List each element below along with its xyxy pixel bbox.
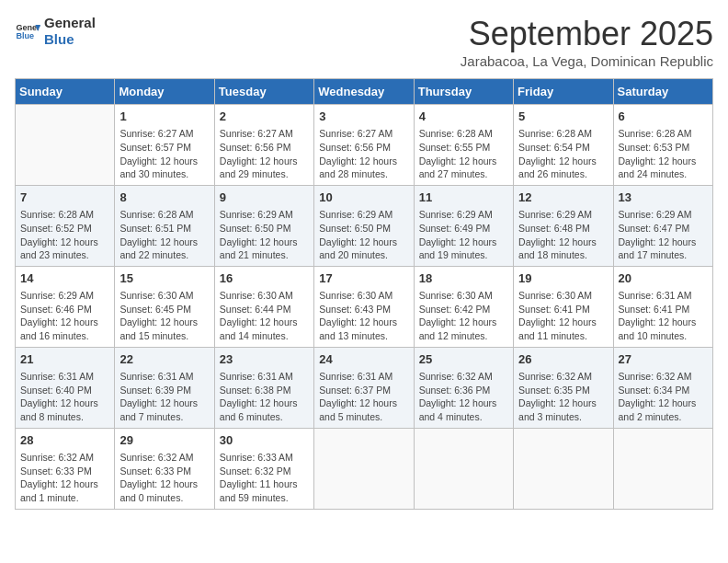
day-info: Sunrise: 6:27 AM Sunset: 6:56 PM Dayligh… xyxy=(220,127,309,181)
calendar-cell: 24Sunrise: 6:31 AM Sunset: 6:37 PM Dayli… xyxy=(314,347,414,428)
calendar-cell: 12Sunrise: 6:29 AM Sunset: 6:48 PM Dayli… xyxy=(514,185,613,266)
calendar-cell: 27Sunrise: 6:32 AM Sunset: 6:34 PM Dayli… xyxy=(613,347,712,428)
day-info: Sunrise: 6:27 AM Sunset: 6:57 PM Dayligh… xyxy=(119,127,209,181)
day-number: 6 xyxy=(619,109,708,125)
day-number: 11 xyxy=(419,190,508,206)
calendar-cell: 15Sunrise: 6:30 AM Sunset: 6:45 PM Dayli… xyxy=(115,266,214,347)
day-info: Sunrise: 6:32 AM Sunset: 6:36 PM Dayligh… xyxy=(419,370,508,424)
day-info: Sunrise: 6:32 AM Sunset: 6:33 PM Dayligh… xyxy=(119,451,209,505)
day-info: Sunrise: 6:32 AM Sunset: 6:33 PM Dayligh… xyxy=(20,451,109,505)
calendar-cell: 14Sunrise: 6:29 AM Sunset: 6:46 PM Dayli… xyxy=(16,266,115,347)
calendar-cell xyxy=(314,428,414,509)
day-number: 19 xyxy=(518,270,608,287)
day-number: 29 xyxy=(119,432,209,449)
calendar-cell: 22Sunrise: 6:31 AM Sunset: 6:39 PM Dayli… xyxy=(115,347,214,428)
day-info: Sunrise: 6:33 AM Sunset: 6:32 PM Dayligh… xyxy=(220,451,309,505)
header: General Blue General Blue September 2025… xyxy=(15,15,713,69)
day-info: Sunrise: 6:30 AM Sunset: 6:43 PM Dayligh… xyxy=(319,289,408,343)
day-number: 21 xyxy=(20,351,109,368)
calendar-table: SundayMondayTuesdayWednesdayThursdayFrid… xyxy=(15,78,713,510)
day-info: Sunrise: 6:32 AM Sunset: 6:34 PM Dayligh… xyxy=(619,370,708,424)
day-number: 16 xyxy=(220,270,309,287)
calendar-week-row: 28Sunrise: 6:32 AM Sunset: 6:33 PM Dayli… xyxy=(16,428,713,509)
month-title: September 2025 xyxy=(461,15,713,53)
day-info: Sunrise: 6:28 AM Sunset: 6:53 PM Dayligh… xyxy=(619,127,708,181)
logo-icon: General Blue xyxy=(15,18,40,44)
day-info: Sunrise: 6:28 AM Sunset: 6:54 PM Dayligh… xyxy=(518,127,608,181)
calendar-cell: 1Sunrise: 6:27 AM Sunset: 6:57 PM Daylig… xyxy=(115,105,214,186)
day-info: Sunrise: 6:31 AM Sunset: 6:41 PM Dayligh… xyxy=(619,289,708,343)
calendar-week-row: 21Sunrise: 6:31 AM Sunset: 6:40 PM Dayli… xyxy=(16,347,713,428)
day-info: Sunrise: 6:32 AM Sunset: 6:35 PM Dayligh… xyxy=(518,370,608,424)
day-info: Sunrise: 6:27 AM Sunset: 6:56 PM Dayligh… xyxy=(319,127,408,181)
calendar-week-row: 14Sunrise: 6:29 AM Sunset: 6:46 PM Dayli… xyxy=(16,266,713,347)
logo-general: General xyxy=(44,15,96,31)
subtitle: Jarabacoa, La Vega, Dominican Republic xyxy=(461,53,713,69)
calendar-cell: 11Sunrise: 6:29 AM Sunset: 6:49 PM Dayli… xyxy=(414,185,513,266)
day-header-friday: Friday xyxy=(514,79,613,105)
day-info: Sunrise: 6:31 AM Sunset: 6:37 PM Dayligh… xyxy=(319,370,408,424)
calendar-week-row: 7Sunrise: 6:28 AM Sunset: 6:52 PM Daylig… xyxy=(16,185,713,266)
day-number: 3 xyxy=(319,109,408,125)
calendar-header-row: SundayMondayTuesdayWednesdayThursdayFrid… xyxy=(16,79,713,105)
calendar-cell xyxy=(414,428,513,509)
day-number: 25 xyxy=(419,351,508,368)
day-number: 30 xyxy=(220,432,309,449)
calendar-cell: 20Sunrise: 6:31 AM Sunset: 6:41 PM Dayli… xyxy=(613,266,712,347)
day-info: Sunrise: 6:31 AM Sunset: 6:39 PM Dayligh… xyxy=(119,370,209,424)
day-number: 4 xyxy=(419,109,508,125)
day-number: 26 xyxy=(518,351,608,368)
day-number: 2 xyxy=(220,109,309,125)
calendar-cell: 25Sunrise: 6:32 AM Sunset: 6:36 PM Dayli… xyxy=(414,347,513,428)
calendar-cell: 3Sunrise: 6:27 AM Sunset: 6:56 PM Daylig… xyxy=(314,105,414,186)
calendar-cell: 9Sunrise: 6:29 AM Sunset: 6:50 PM Daylig… xyxy=(214,185,313,266)
day-header-sunday: Sunday xyxy=(16,79,115,105)
day-header-saturday: Saturday xyxy=(613,79,712,105)
day-number: 17 xyxy=(319,270,408,287)
day-number: 14 xyxy=(20,270,109,287)
calendar-cell: 2Sunrise: 6:27 AM Sunset: 6:56 PM Daylig… xyxy=(214,105,313,186)
calendar-cell: 6Sunrise: 6:28 AM Sunset: 6:53 PM Daylig… xyxy=(613,105,712,186)
calendar-cell: 29Sunrise: 6:32 AM Sunset: 6:33 PM Dayli… xyxy=(115,428,214,509)
day-header-thursday: Thursday xyxy=(414,79,513,105)
calendar-cell: 10Sunrise: 6:29 AM Sunset: 6:50 PM Dayli… xyxy=(314,185,414,266)
title-block: September 2025 Jarabacoa, La Vega, Domin… xyxy=(461,15,713,69)
day-header-tuesday: Tuesday xyxy=(214,79,313,105)
day-info: Sunrise: 6:29 AM Sunset: 6:47 PM Dayligh… xyxy=(619,208,708,262)
calendar-cell: 30Sunrise: 6:33 AM Sunset: 6:32 PM Dayli… xyxy=(214,428,313,509)
day-info: Sunrise: 6:28 AM Sunset: 6:52 PM Dayligh… xyxy=(20,208,109,262)
calendar-cell: 21Sunrise: 6:31 AM Sunset: 6:40 PM Dayli… xyxy=(16,347,115,428)
calendar-cell: 26Sunrise: 6:32 AM Sunset: 6:35 PM Dayli… xyxy=(514,347,613,428)
day-number: 8 xyxy=(119,190,209,206)
calendar-cell: 8Sunrise: 6:28 AM Sunset: 6:51 PM Daylig… xyxy=(115,185,214,266)
day-info: Sunrise: 6:30 AM Sunset: 6:45 PM Dayligh… xyxy=(119,289,209,343)
day-info: Sunrise: 6:28 AM Sunset: 6:55 PM Dayligh… xyxy=(419,127,508,181)
day-info: Sunrise: 6:29 AM Sunset: 6:50 PM Dayligh… xyxy=(319,208,408,262)
day-number: 18 xyxy=(419,270,508,287)
day-info: Sunrise: 6:30 AM Sunset: 6:44 PM Dayligh… xyxy=(220,289,309,343)
day-number: 10 xyxy=(319,190,408,206)
calendar-cell: 13Sunrise: 6:29 AM Sunset: 6:47 PM Dayli… xyxy=(613,185,712,266)
day-info: Sunrise: 6:28 AM Sunset: 6:51 PM Dayligh… xyxy=(119,208,209,262)
day-info: Sunrise: 6:29 AM Sunset: 6:50 PM Dayligh… xyxy=(220,208,309,262)
calendar-cell: 16Sunrise: 6:30 AM Sunset: 6:44 PM Dayli… xyxy=(214,266,313,347)
day-number: 15 xyxy=(119,270,209,287)
calendar-cell xyxy=(613,428,712,509)
calendar-cell: 17Sunrise: 6:30 AM Sunset: 6:43 PM Dayli… xyxy=(314,266,414,347)
day-number: 9 xyxy=(220,190,309,206)
day-header-monday: Monday xyxy=(115,79,214,105)
calendar-cell xyxy=(16,105,115,186)
day-number: 23 xyxy=(220,351,309,368)
calendar-cell: 23Sunrise: 6:31 AM Sunset: 6:38 PM Dayli… xyxy=(214,347,313,428)
calendar-cell: 5Sunrise: 6:28 AM Sunset: 6:54 PM Daylig… xyxy=(514,105,613,186)
day-number: 24 xyxy=(319,351,408,368)
day-number: 22 xyxy=(119,351,209,368)
logo-blue: Blue xyxy=(44,31,96,48)
calendar-cell: 19Sunrise: 6:30 AM Sunset: 6:41 PM Dayli… xyxy=(514,266,613,347)
logo: General Blue General Blue xyxy=(15,15,96,48)
day-info: Sunrise: 6:29 AM Sunset: 6:49 PM Dayligh… xyxy=(419,208,508,262)
day-info: Sunrise: 6:30 AM Sunset: 6:42 PM Dayligh… xyxy=(419,289,508,343)
day-number: 13 xyxy=(619,190,708,206)
calendar-cell: 4Sunrise: 6:28 AM Sunset: 6:55 PM Daylig… xyxy=(414,105,513,186)
day-number: 7 xyxy=(20,190,109,206)
